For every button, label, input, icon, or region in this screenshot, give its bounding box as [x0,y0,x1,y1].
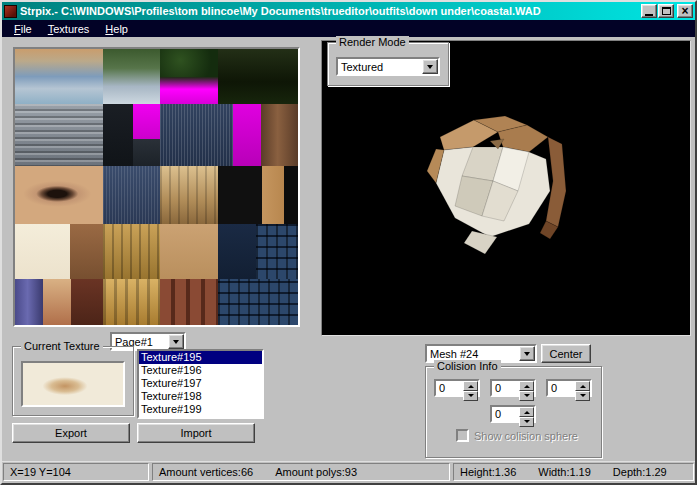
render-mode-value: Textured [338,61,422,73]
spinner-down-icon[interactable] [575,391,590,401]
spinner-up-icon[interactable] [519,407,534,417]
texture-tile-11[interactable] [261,104,298,166]
menu-item-file[interactable]: File [6,22,40,36]
export-button[interactable]: Export [12,423,130,443]
menu-item-help[interactable]: Help [97,22,136,36]
texture-list-item[interactable]: Texture#198 [139,390,262,403]
texture-tile-24[interactable] [71,279,103,325]
close-button[interactable]: × [677,4,693,18]
center-button[interactable]: Center [541,344,591,363]
minimize-icon [645,14,653,16]
chevron-down-icon[interactable] [519,346,535,361]
status-mesh-dimensions: Height:1.36 Width:1.19 Depth:1.29 [453,463,694,481]
texture-tile-12[interactable] [15,166,103,224]
app-window: Strpix.- C:\WINDOWS\Profiles\tom blincoe… [0,0,697,485]
texture-tile-4[interactable] [160,77,218,104]
texture-tile-17[interactable] [70,224,103,279]
spinner-value: 0 [492,381,519,395]
texture-tile-8[interactable] [133,139,160,166]
texture-tile-15[interactable] [218,166,298,224]
texture-tile-26[interactable] [160,279,218,325]
close-icon: × [681,6,688,16]
spinner-down-icon[interactable] [519,417,534,427]
render-mode-group: Render Mode Textured [327,42,449,86]
texture-list-item[interactable]: Texture#199 [139,403,262,416]
texture-list-item[interactable]: Texture#195 [139,351,262,364]
status-width-text: Width:1.19 [538,466,591,478]
render-mode-select[interactable]: Textured [336,57,440,76]
collision-info-label: Colision Info [434,360,501,372]
texture-tile-10[interactable] [233,104,261,166]
texture-tile-5[interactable] [15,104,103,166]
status-vertices-text: Amount vertices:66 [159,466,253,478]
collision-spinner-4[interactable]: 0 [490,405,536,423]
texture-tile-9[interactable] [160,104,233,166]
mesh-select-value: Mesh #24 [427,348,519,360]
texture-tile-25[interactable] [103,279,160,325]
collision-info-group: Colision Info 0 0 0 0 Show colision sphe… [425,366,602,458]
texture-listbox[interactable]: Texture#195Texture#196Texture#197Texture… [137,349,264,419]
status-position-text: X=19 Y=104 [10,466,71,478]
chevron-down-icon[interactable] [168,334,184,349]
texture-page-grid[interactable] [15,49,298,325]
texture-list-item[interactable]: Texture#197 [139,377,262,390]
texture-tile-23[interactable] [43,279,71,325]
texture-tile-16[interactable] [15,224,70,279]
texture-tile-20[interactable] [218,224,256,279]
checkbox-icon [456,429,469,442]
texture-tile-7[interactable] [133,104,160,139]
status-polys-text: Amount polys:93 [275,466,357,478]
maximize-button[interactable] [658,4,674,18]
titlebar-buttons: × [641,4,693,18]
texture-tile-21[interactable] [256,224,298,279]
minimize-button[interactable] [641,4,657,18]
texture-tile-6[interactable] [103,104,133,166]
status-height-text: Height:1.36 [460,466,516,478]
texture-tile-19[interactable] [160,224,218,279]
app-icon [4,5,17,18]
current-texture-preview [21,361,125,407]
texture-tile-27[interactable] [218,279,298,325]
texture-tile-22[interactable] [15,279,43,325]
collision-spinner-3[interactable]: 0 [546,379,592,397]
checkbox-label: Show colision sphere [474,430,578,442]
collision-spinner-2[interactable]: 0 [490,379,536,397]
status-mesh-counts: Amount vertices:66 Amount polys:93 [152,463,450,481]
spinner-value: 0 [492,407,519,421]
texture-tile-14[interactable] [160,166,218,224]
spinner-down-icon[interactable] [519,391,534,401]
show-collision-sphere-checkbox[interactable]: Show colision sphere [456,429,578,442]
menu-bar: FileTexturesHelp [2,20,695,37]
texture-list-item[interactable]: Texture#196 [139,364,262,377]
collision-spinner-1[interactable]: 0 [434,379,480,397]
status-cursor-position: X=19 Y=104 [3,463,149,481]
spinner-up-icon[interactable] [519,381,534,391]
texture-tile-0[interactable] [15,49,103,104]
spinner-down-icon[interactable] [463,391,478,401]
status-depth-text: Depth:1.29 [613,466,667,478]
title-bar: Strpix.- C:\WINDOWS\Profiles\tom blincoe… [2,2,695,20]
spinner-up-icon[interactable] [463,381,478,391]
maximize-icon [662,7,671,15]
window-title: Strpix.- C:\WINDOWS\Profiles\tom blincoe… [20,5,638,17]
menu-item-textures[interactable]: Textures [40,22,98,36]
texture-tile-3[interactable] [218,49,298,104]
import-button[interactable]: Import [137,423,255,443]
current-texture-group: Current Texture [12,346,134,416]
spinner-value: 0 [548,381,575,395]
spinner-up-icon[interactable] [575,381,590,391]
chevron-down-icon[interactable] [422,59,438,74]
texture-page-panel [13,47,300,327]
texture-tile-13[interactable] [103,166,160,224]
texture-tile-1[interactable] [103,49,160,104]
current-texture-label: Current Texture [21,340,103,352]
texture-tile-2[interactable] [160,49,218,77]
render-mode-label: Render Mode [336,36,409,48]
spinner-value: 0 [436,381,463,395]
texture-tile-18[interactable] [103,224,160,279]
status-bar: X=19 Y=104 Amount vertices:66 Amount pol… [2,461,695,483]
